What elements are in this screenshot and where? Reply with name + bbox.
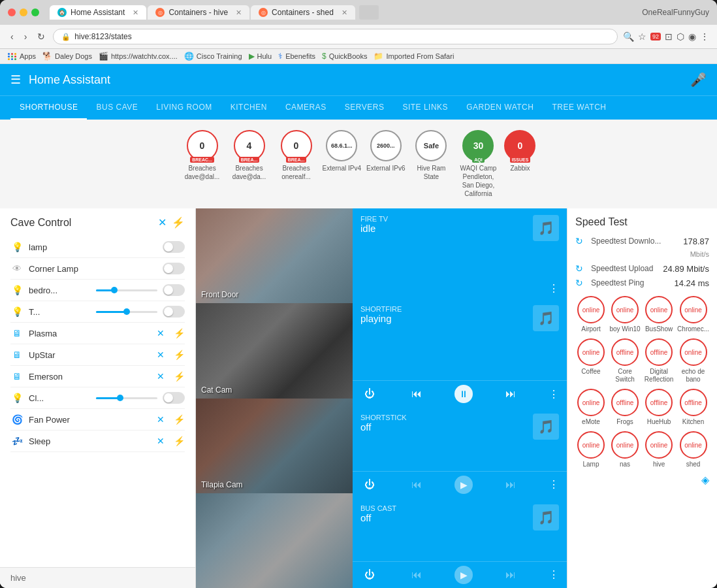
shortfire-next-btn[interactable]: ⏭: [502, 387, 520, 401]
title-bar: 🏠 Home Assistant ✕ ◎ Containers - hive ✕…: [0, 0, 717, 25]
bookmark-ebenefits[interactable]: ⚕ Ebenefits: [278, 52, 315, 61]
ha-mic-icon[interactable]: 🎤: [690, 72, 707, 88]
tab-close-ha[interactable]: ✕: [133, 8, 138, 17]
tab-label-hive: Containers - hive: [168, 8, 228, 17]
nav-shorthouse[interactable]: SHORTHOUSE: [10, 96, 87, 120]
search-button[interactable]: 🔍: [623, 31, 634, 42]
camera-4[interactable]: [196, 493, 353, 588]
nav-living-room[interactable]: LIVING ROOM: [147, 96, 221, 120]
profile-button[interactable]: ◉: [688, 31, 696, 42]
cast-button[interactable]: ⊡: [665, 31, 673, 42]
cave-wifi-icon[interactable]: ✕: [158, 216, 167, 229]
nav-cameras[interactable]: CAMERAS: [276, 96, 336, 120]
bus-cast-power-btn[interactable]: ⏻: [360, 568, 379, 582]
bookmark-apps[interactable]: Apps: [8, 52, 36, 61]
bookmark-daley-dogs[interactable]: 🐕 Daley Dogs: [42, 52, 92, 61]
net-circle-shed[interactable]: online: [680, 431, 707, 459]
net-circle-chromec[interactable]: online: [680, 296, 707, 323]
nav-tree-watch[interactable]: TREE WATCH: [543, 96, 615, 120]
diamond-icon[interactable]: ◈: [701, 474, 709, 486]
bedroom-toggle[interactable]: [163, 284, 185, 296]
net-circle-emote[interactable]: online: [577, 389, 605, 416]
camera-cat-cam[interactable]: Cat Cam: [196, 303, 353, 398]
bookmark-watchtv[interactable]: 🎬 https://watchtv.cox....: [99, 52, 178, 61]
menu-button[interactable]: ⋮: [700, 31, 709, 42]
minimize-button[interactable]: [20, 8, 27, 16]
tab-containers-hive[interactable]: ◎ Containers - hive ✕: [148, 5, 249, 20]
net-circle-kitchen[interactable]: offline: [680, 389, 707, 416]
cl-slider[interactable]: [96, 397, 158, 399]
bedroom-slider[interactable]: [96, 289, 158, 291]
bus-cast-source: Bus Cast: [360, 504, 396, 512]
bubble-circle-3[interactable]: 68.6.1...: [326, 130, 357, 161]
net-device-kitchen: offline Kitchen: [677, 389, 709, 426]
net-circle-frogs[interactable]: offline: [611, 389, 639, 416]
shortfire-more-btn[interactable]: ⋮: [549, 388, 559, 400]
lamp-toggle[interactable]: [163, 241, 185, 253]
shortstick-more-btn[interactable]: ⋮: [549, 478, 559, 491]
shortstick-next-btn[interactable]: ⏭: [502, 478, 520, 492]
net-circle-airport[interactable]: online: [577, 296, 605, 323]
net-circle-huehub[interactable]: offline: [645, 389, 673, 416]
browser-tabs: 🏠 Home Assistant ✕ ◎ Containers - hive ✕…: [50, 5, 637, 20]
bubble-circle-5[interactable]: Safe: [415, 130, 447, 161]
reload-button[interactable]: ↻: [35, 30, 48, 43]
corner-lamp-toggle[interactable]: [163, 263, 185, 274]
net-circle-hive[interactable]: online: [645, 431, 673, 459]
tab-close-shed[interactable]: ✕: [342, 8, 347, 17]
bookmark-quickbooks[interactable]: $ QuickBooks: [322, 52, 367, 61]
bubble-circle-2[interactable]: 0 BREA...: [281, 130, 312, 161]
bookmark-cisco[interactable]: 🌐 Cisco Training: [184, 52, 242, 61]
shortstick-play-btn[interactable]: ▶: [454, 476, 473, 494]
url-input[interactable]: 🔒 hive:8123/states: [53, 29, 618, 44]
ha-menu-icon[interactable]: ☰: [10, 73, 21, 87]
bookmark-button[interactable]: ☆: [638, 31, 646, 42]
shortstick-power-btn[interactable]: ⏻: [360, 478, 379, 492]
fire-tv-more[interactable]: ⋮: [549, 282, 559, 295]
forward-button[interactable]: ›: [22, 30, 30, 43]
t-slider[interactable]: [96, 311, 158, 313]
extensions-button[interactable]: ⬡: [677, 31, 684, 42]
camera-front-door[interactable]: Front Door: [196, 208, 353, 303]
tab-close-hive[interactable]: ✕: [236, 8, 242, 17]
net-circle-digital-reflection[interactable]: offline: [645, 338, 673, 366]
close-button[interactable]: [8, 8, 16, 16]
nav-bus-cave[interactable]: BUS CAVE: [87, 96, 147, 120]
bubble-circle-0[interactable]: 0 BREAC...: [187, 130, 218, 161]
nav-garden-watch[interactable]: GARDEN WATCH: [457, 96, 543, 120]
nav-site-links[interactable]: SITE LINKS: [393, 96, 457, 120]
bus-cast-play-btn[interactable]: ▶: [454, 566, 473, 584]
bus-cast-more-btn[interactable]: ⋮: [549, 568, 559, 581]
bubble-circle-6[interactable]: 30 AQI: [462, 130, 494, 161]
cl-toggle[interactable]: [163, 392, 185, 404]
back-button[interactable]: ‹: [8, 30, 16, 43]
t-toggle[interactable]: [163, 306, 185, 318]
bus-cast-next-btn[interactable]: ⏭: [502, 568, 520, 582]
net-circle-lamp[interactable]: online: [577, 431, 605, 459]
bubble-circle-7[interactable]: 0 ISSUES: [504, 130, 535, 161]
shortfire-prev-btn[interactable]: ⏮: [407, 387, 426, 401]
sleep-icon: 💤: [10, 434, 24, 448]
nav-kitchen[interactable]: KITCHEN: [221, 96, 276, 120]
tab-home-assistant[interactable]: 🏠 Home Assistant ✕: [50, 5, 146, 20]
camera-tilapia-cam[interactable]: Tilapia Cam: [196, 399, 353, 493]
net-circle-coffee[interactable]: online: [577, 338, 605, 366]
bookmark-hulu[interactable]: ▶ Hulu: [249, 52, 272, 61]
cave-power-icon[interactable]: ⚡: [172, 216, 185, 229]
net-circle-boy-win10[interactable]: online: [611, 296, 639, 323]
bubble-circle-4[interactable]: 2600...: [370, 130, 402, 161]
shortstick-prev-btn[interactable]: ⏮: [407, 478, 426, 492]
maximize-button[interactable]: [31, 8, 39, 16]
nav-servers[interactable]: SERVERS: [336, 96, 394, 120]
download-label: Speedtest Downlo...: [591, 237, 679, 246]
net-circle-echo-de-bano[interactable]: online: [680, 338, 707, 366]
bubble-circle-1[interactable]: 4 BREA...: [234, 130, 265, 161]
bus-cast-prev-btn[interactable]: ⏮: [407, 568, 426, 582]
tab-containers-shed[interactable]: ◎ Containers - shed ✕: [251, 5, 355, 20]
shortfire-pause-btn[interactable]: ⏸: [454, 385, 473, 403]
bookmark-safari-import[interactable]: 📁 Imported From Safari: [374, 52, 454, 61]
net-circle-busshow[interactable]: online: [645, 296, 673, 323]
net-circle-nas[interactable]: online: [611, 431, 639, 459]
shortfire-power-btn[interactable]: ⏻: [360, 387, 379, 401]
net-circle-core-switch[interactable]: offline: [611, 338, 639, 366]
